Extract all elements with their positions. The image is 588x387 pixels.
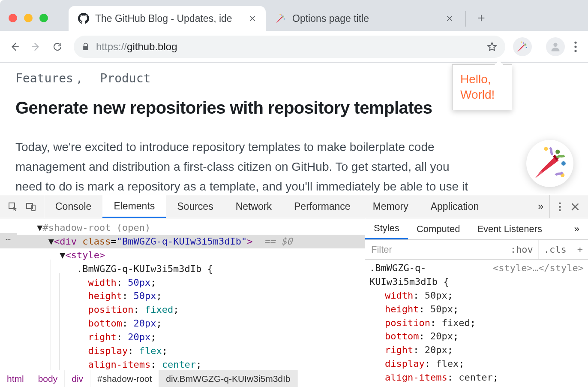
new-rule-button[interactable]: + — [572, 240, 588, 259]
chrome-menu-button[interactable] — [569, 41, 582, 52]
dom-breadcrumbs: htmlbodydiv#shadow-rootdiv.BmWGZG-q-KUIw… — [0, 370, 365, 387]
devtools-tabs: ConsoleElementsSourcesNetworkPerformance… — [44, 195, 532, 218]
devtools-menu-icon[interactable] — [558, 202, 561, 212]
browser-tab[interactable]: Options page title — [266, 6, 463, 31]
category-link[interactable]: Features — [15, 71, 73, 85]
css-declaration[interactable]: right: 20px; — [369, 343, 584, 357]
devtools-tab-sources[interactable]: Sources — [166, 195, 224, 218]
svg-point-11 — [561, 161, 566, 166]
address-bar[interactable]: https://github.blog — [74, 36, 505, 58]
page-content: Features, Product Generate new repositor… — [0, 63, 588, 195]
browser-tab-active[interactable]: The GitHub Blog - Updates, ide — [69, 6, 266, 31]
css-declaration[interactable]: align-items: center; — [369, 371, 584, 384]
category-link[interactable]: Product — [100, 71, 150, 85]
css-declaration[interactable]: bottom: 20px; — [369, 330, 584, 343]
svg-point-0 — [282, 15, 284, 17]
css-declaration[interactable]: display: flex; — [369, 357, 584, 371]
hov-toggle[interactable]: :hov — [505, 240, 538, 259]
svg-point-6 — [553, 42, 557, 46]
dom-node[interactable]: .BmWGZG-q-KUIw3i5m3dIb { — [0, 262, 365, 276]
back-button[interactable] — [6, 38, 23, 55]
dom-node[interactable]: height: 50px; — [0, 289, 365, 303]
article-body: Today, we're excited to introduce reposi… — [15, 137, 478, 195]
elements-dom-panel[interactable]: ⋯ ▼#shadow-root (open) ▼<div class="BmWG… — [0, 218, 365, 387]
dom-node[interactable]: ▼#shadow-root (open) — [0, 221, 365, 235]
inspect-element-icon[interactable] — [8, 202, 18, 212]
tab-title: Options page title — [292, 13, 440, 24]
devtools-more-tabs[interactable]: » — [532, 195, 549, 218]
forward-button[interactable] — [27, 38, 45, 55]
svg-point-12 — [544, 147, 548, 151]
window-minimize-button[interactable] — [24, 14, 33, 22]
svg-point-19 — [559, 209, 561, 211]
window-controls — [9, 14, 48, 22]
breadcrumb-item[interactable]: html — [0, 370, 31, 387]
styles-subtabs: StylesComputedEvent Listeners» — [365, 218, 588, 240]
extension-button[interactable] — [513, 37, 532, 56]
styles-tab-computed[interactable]: Computed — [408, 218, 469, 239]
styles-tab-styles[interactable]: Styles — [365, 218, 408, 239]
svg-point-3 — [525, 43, 526, 45]
devtools-tab-performance[interactable]: Performance — [283, 195, 362, 218]
tab-close-icon[interactable] — [446, 15, 454, 22]
dom-node[interactable]: ▼<div class="BmWGZG-q-KUIw3i5m3dIb"> == … — [0, 235, 365, 248]
devtools-close-icon[interactable] — [571, 203, 579, 211]
window-close-button[interactable] — [9, 14, 17, 22]
svg-point-1 — [284, 18, 285, 20]
devtools-tab-application[interactable]: Application — [420, 195, 490, 218]
tab-separator — [465, 11, 466, 27]
window-maximize-button[interactable] — [39, 14, 48, 22]
post-categories: Features, Product — [15, 71, 573, 85]
browser-tab-strip: The GitHub Blog - Updates, ide Options p… — [0, 0, 588, 31]
svg-point-8 — [574, 45, 576, 48]
styles-filter-input[interactable]: Filter — [365, 244, 505, 255]
devtools-tab-elements[interactable]: Elements — [102, 195, 166, 218]
styles-rules[interactable]: .BmWGZG-q-<style>…</style>KUIw3i5m3dIb {… — [365, 260, 588, 387]
breadcrumb-item[interactable]: div.BmWGZG-q-KUIw3i5m3dIb — [159, 370, 297, 387]
page-title: Generate new repositories with repositor… — [15, 98, 573, 118]
tabs: The GitHub Blog - Updates, ide Options p… — [69, 0, 491, 31]
bookmark-star-icon[interactable] — [486, 41, 498, 52]
svg-point-4 — [526, 47, 527, 48]
url-text: https://github.blog — [96, 41, 480, 53]
svg-point-10 — [555, 150, 560, 154]
css-declaration[interactable]: width: 50px; — [369, 289, 584, 302]
dom-node[interactable]: align-items: center; — [0, 358, 365, 370]
styles-panel: StylesComputedEvent Listeners» Filter :h… — [365, 218, 588, 387]
dom-node[interactable]: width: 50px; — [0, 276, 365, 290]
devtools-tab-memory[interactable]: Memory — [362, 195, 420, 218]
device-toolbar-icon[interactable] — [26, 202, 36, 212]
dom-node[interactable]: position: fixed; — [0, 303, 365, 317]
css-declaration[interactable]: position: fixed; — [369, 316, 584, 330]
collapsed-indicator[interactable]: ⋯ — [0, 233, 17, 246]
styles-more-tabs[interactable]: » — [566, 218, 588, 239]
svg-point-17 — [559, 202, 561, 204]
dom-node[interactable]: bottom: 20px; — [0, 317, 365, 330]
toolbar-separator — [539, 39, 539, 54]
lock-icon — [81, 42, 90, 51]
new-tab-button[interactable] — [472, 9, 491, 27]
dom-node[interactable]: display: flex; — [0, 344, 365, 358]
breadcrumb-item[interactable]: #shadow-root — [90, 370, 159, 387]
browser-toolbar: https://github.blog — [0, 31, 588, 63]
breadcrumb-item[interactable]: div — [65, 370, 90, 387]
css-declaration[interactable]: height: 50px; — [369, 302, 584, 316]
styles-tab-event-listeners[interactable]: Event Listeners — [468, 218, 551, 239]
devtools-tabbar: ConsoleElementsSourcesNetworkPerformance… — [0, 195, 588, 218]
profile-avatar-button[interactable] — [546, 37, 565, 56]
reload-button[interactable] — [49, 38, 66, 55]
css-declaration[interactable]: justify-content: center; — [369, 384, 584, 387]
dom-node[interactable]: right: 20px; — [0, 330, 365, 344]
svg-point-2 — [279, 14, 281, 15]
devtools-tab-console[interactable]: Console — [44, 195, 102, 218]
tab-close-icon[interactable] — [249, 15, 257, 22]
cls-toggle[interactable]: .cls — [538, 240, 572, 259]
svg-point-9 — [574, 50, 576, 52]
tab-title: The GitHub Blog - Updates, ide — [95, 13, 243, 24]
breadcrumb-item[interactable]: body — [31, 370, 65, 387]
devtools-tab-network[interactable]: Network — [225, 195, 283, 218]
party-popper-icon — [275, 13, 286, 24]
floating-extension-badge[interactable] — [526, 140, 573, 187]
dom-node[interactable]: ▼<style> — [0, 248, 365, 262]
svg-point-18 — [559, 206, 561, 207]
